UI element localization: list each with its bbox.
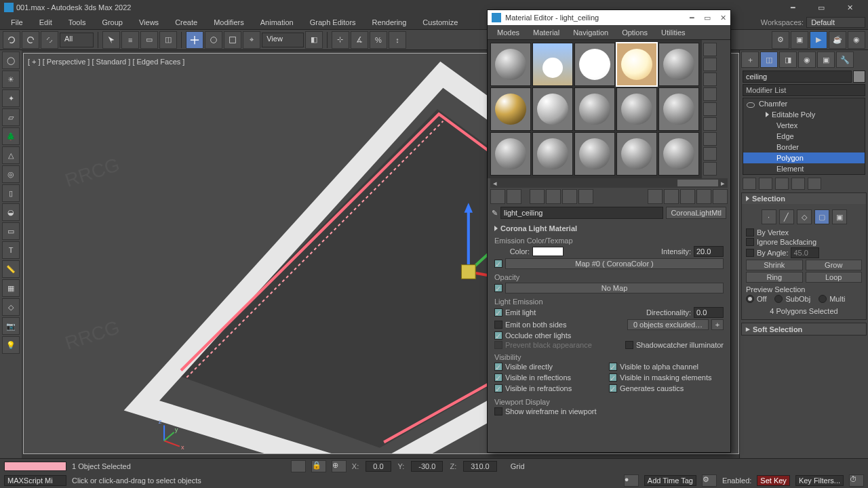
cone-icon[interactable]: △ — [2, 146, 20, 164]
material-slot[interactable] — [532, 43, 573, 86]
shrink-button[interactable]: Shrink — [746, 260, 803, 270]
go-forward-icon[interactable] — [696, 189, 711, 204]
soft-selection-title[interactable]: ▸Soft Selection — [742, 323, 866, 335]
menu-rendering[interactable]: Rendering — [364, 17, 415, 28]
material-editor-titlebar[interactable]: Material Editor - light_ceiling ━ ▭ ✕ — [488, 10, 730, 25]
gen-caustics-checkbox[interactable]: ✓ — [609, 384, 617, 392]
use-pivot-center-button[interactable]: ◧ — [305, 31, 323, 49]
pin-stack-icon[interactable] — [743, 178, 756, 190]
emission-color-swatch[interactable] — [532, 247, 564, 256]
material-name-dropdown[interactable]: light_ceiling — [500, 207, 663, 219]
vertex-subobj-button[interactable]: ∙ — [762, 209, 776, 224]
torus-icon[interactable]: ◎ — [2, 165, 20, 183]
teapot-icon[interactable]: ◒ — [2, 203, 20, 221]
modify-tab[interactable]: ◫ — [760, 52, 778, 68]
undo-button[interactable] — [3, 31, 20, 49]
vfb-button[interactable]: ◉ — [848, 31, 865, 49]
menu-tools[interactable]: Tools — [60, 17, 94, 28]
select-place-button[interactable]: ⌖ — [243, 31, 260, 49]
show-end-icon[interactable] — [664, 189, 679, 204]
corona-light-rollout-title[interactable]: Corona Light Material — [492, 223, 726, 234]
excluded-objects-button[interactable]: 0 objects excluded… — [627, 319, 709, 330]
menu-modifiers[interactable]: Modifiers — [205, 17, 252, 28]
visible-mask-checkbox[interactable]: ✓ — [609, 373, 617, 382]
grid-icon[interactable]: ▦ — [2, 279, 20, 297]
off-radio[interactable] — [746, 295, 754, 303]
show-wire-checkbox[interactable] — [494, 407, 502, 415]
directionality-spinner[interactable]: 0.0 — [694, 307, 724, 318]
emit-light-checkbox[interactable]: ✓ — [494, 308, 502, 317]
add-exclude-button[interactable]: + — [711, 319, 724, 330]
options-icon[interactable] — [703, 132, 717, 146]
material-slot-selected[interactable] — [616, 43, 657, 86]
foliage-icon[interactable]: 🌲 — [2, 127, 20, 145]
y-value[interactable]: -30.0 — [411, 461, 443, 472]
map-enable-checkbox[interactable]: ✓ — [494, 260, 502, 268]
menu-file[interactable]: File — [3, 17, 31, 28]
mat-max-button[interactable]: ▭ — [704, 14, 711, 22]
remove-modifier-icon[interactable] — [791, 178, 805, 190]
selection-lock-icon[interactable]: 🔒 — [311, 460, 326, 472]
material-map-nav-icon[interactable] — [703, 162, 717, 176]
material-type-button[interactable]: CoronaLightMtl — [666, 207, 726, 219]
modifier-list-dropdown[interactable]: Modifier List — [743, 84, 865, 96]
mat-menu-navigation[interactable]: Navigation — [566, 27, 615, 38]
material-slot[interactable] — [658, 87, 699, 131]
stack-border[interactable]: Border — [743, 142, 865, 152]
opacity-enable-checkbox[interactable]: ✓ — [494, 284, 502, 292]
menu-create[interactable]: Create — [167, 17, 205, 28]
create-box-icon[interactable]: ▱ — [2, 108, 20, 126]
material-slot[interactable] — [574, 87, 615, 131]
mat-menu-material[interactable]: Material — [526, 27, 566, 38]
mat-menu-utilities[interactable]: Utilities — [654, 27, 692, 38]
link-button[interactable] — [41, 31, 58, 49]
absolute-transform-icon[interactable]: ⊕ — [332, 460, 347, 472]
material-slot[interactable] — [616, 87, 657, 131]
camera-icon[interactable]: 📷 — [2, 317, 20, 335]
emit-both-checkbox[interactable] — [494, 321, 502, 329]
modifier-stack[interactable]: Chamfer Editable Poly Vertex Edge Border… — [743, 98, 865, 175]
loop-button[interactable]: Loop — [806, 272, 863, 283]
multi-radio[interactable] — [818, 295, 827, 303]
helper-icon[interactable]: ◇ — [2, 298, 20, 316]
menu-group[interactable]: Group — [94, 17, 131, 28]
visible-alpha-checkbox[interactable]: ✓ — [609, 363, 617, 371]
sample-uv-icon[interactable] — [703, 87, 717, 101]
menu-graph-editors[interactable]: Graph Editors — [302, 17, 364, 28]
background-icon[interactable] — [703, 73, 717, 86]
stack-editable-poly[interactable]: Editable Poly — [743, 109, 865, 120]
maxscript-listener[interactable]: MAXScript Mi — [4, 475, 66, 486]
by-angle-checkbox[interactable] — [746, 249, 754, 257]
select-by-material-icon[interactable] — [703, 147, 717, 161]
material-slot[interactable] — [532, 132, 573, 176]
material-slot[interactable] — [658, 43, 699, 86]
mat-min-button[interactable]: ━ — [690, 14, 694, 22]
menu-edit[interactable]: Edit — [31, 17, 60, 28]
set-key-button[interactable]: Set Key — [757, 475, 790, 486]
show-end-result-icon[interactable] — [759, 178, 772, 190]
reset-map-icon[interactable] — [546, 189, 561, 204]
mat-close-button[interactable]: ✕ — [720, 14, 726, 22]
backlight-icon[interactable] — [703, 58, 717, 71]
select-move-button[interactable] — [186, 31, 203, 49]
stack-edge[interactable]: Edge — [743, 131, 865, 142]
ignore-backfacing-checkbox[interactable] — [746, 238, 754, 246]
grow-button[interactable]: Grow — [806, 260, 863, 270]
create-tab[interactable]: ＋ — [741, 52, 759, 68]
utilities-tab[interactable]: 🔧 — [836, 52, 854, 68]
selection-rollout-title[interactable]: Selection — [742, 193, 866, 204]
occlude-checkbox[interactable]: ✓ — [494, 331, 502, 340]
close-button[interactable]: ✕ — [835, 0, 864, 15]
display-tab[interactable]: ▣ — [817, 52, 835, 68]
assign-material-icon[interactable] — [530, 189, 545, 204]
material-slot[interactable] — [532, 87, 573, 131]
select-by-name-button[interactable]: ≡ — [121, 31, 139, 49]
rectangle-selection-button[interactable]: ▭ — [140, 31, 158, 49]
add-time-tag[interactable]: Add Time Tag — [644, 475, 696, 486]
make-preview-icon[interactable] — [703, 117, 717, 131]
workspace-dropdown[interactable]: Default — [806, 17, 865, 28]
delete-icon[interactable] — [562, 189, 577, 204]
maximize-button[interactable]: ▭ — [807, 0, 835, 15]
by-vertex-checkbox[interactable] — [746, 228, 754, 237]
create-light-icon[interactable]: ☀ — [2, 70, 20, 88]
